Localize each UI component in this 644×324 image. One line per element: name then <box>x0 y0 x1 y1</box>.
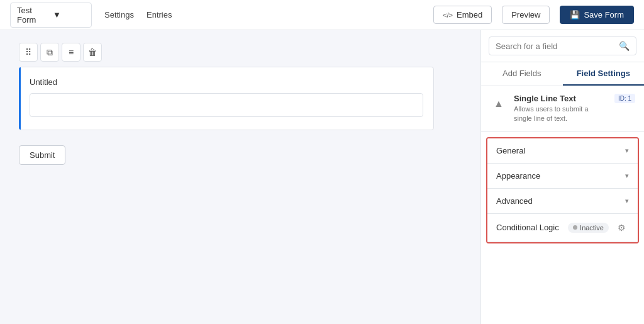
field-type-desc: Allows users to submit a single line of … <box>514 104 608 124</box>
inactive-badge: Inactive <box>568 223 609 233</box>
sections-container: General ▾ Appearance ▾ Advanced ▾ Condit… <box>486 137 639 243</box>
search-icon: 🔍 <box>619 41 630 51</box>
delete-field-button[interactable]: 🗑 <box>83 43 102 62</box>
gear-icon: ⚙ <box>618 223 626 233</box>
embed-button[interactable]: </> Embed <box>433 6 492 24</box>
field-input[interactable] <box>30 93 423 117</box>
section-appearance[interactable]: Appearance ▾ <box>487 164 638 189</box>
delete-icon: 🗑 <box>88 47 97 57</box>
conditional-logic-gear-button[interactable]: ⚙ <box>614 220 629 235</box>
section-advanced[interactable]: Advanced ▾ <box>487 189 638 214</box>
tab-add-fields[interactable]: Add Fields <box>481 62 563 86</box>
search-input[interactable] <box>496 42 615 51</box>
right-panel: 🔍 Add Fields Field Settings ▲ Single Lin… <box>480 30 644 324</box>
chevron-down-icon: ▼ <box>53 10 85 20</box>
preview-button[interactable]: Preview <box>502 6 550 24</box>
canvas-area: ⠿ ⧉ ≡ 🗑 Untitled Submit <box>0 30 480 324</box>
settings-nav-link[interactable]: Settings <box>104 10 134 20</box>
field-options-button[interactable]: ≡ <box>62 43 80 62</box>
main-layout: ⠿ ⧉ ≡ 🗑 Untitled Submit <box>0 30 644 324</box>
topbar-nav: Settings Entries <box>104 10 172 20</box>
copy-icon: ⧉ <box>47 47 53 58</box>
form-selector[interactable]: Test Form ▼ <box>10 3 92 28</box>
appearance-chevron-icon: ▾ <box>625 172 629 180</box>
field-label: Untitled <box>30 77 423 87</box>
submit-button[interactable]: Submit <box>19 145 65 165</box>
search-input-wrap: 🔍 <box>489 36 636 55</box>
conditional-logic-label: Conditional Logic <box>496 223 563 232</box>
copy-field-button[interactable]: ⧉ <box>40 43 59 62</box>
conditional-logic-row: Conditional Logic Inactive ⚙ <box>487 214 638 242</box>
save-form-button[interactable]: 💾 Save Form <box>560 6 634 24</box>
search-bar: 🔍 <box>481 30 644 62</box>
entries-nav-link[interactable]: Entries <box>147 10 172 20</box>
general-chevron-icon: ▾ <box>625 147 629 155</box>
drag-handle-button[interactable]: ⠿ <box>19 43 38 62</box>
field-type-icon: ▲ <box>490 95 508 113</box>
field-toolbar: ⠿ ⧉ ≡ 🗑 <box>19 43 462 62</box>
field-type-info: Single Line Text Allows users to submit … <box>514 94 608 124</box>
tab-field-settings[interactable]: Field Settings <box>563 62 645 86</box>
inactive-dot <box>573 225 577 230</box>
form-name: Test Form <box>17 6 49 25</box>
submit-area: Submit <box>19 145 462 165</box>
field-info: ▲ Single Line Text Allows users to submi… <box>481 86 644 132</box>
embed-icon: </> <box>443 11 453 19</box>
save-icon: 💾 <box>570 10 580 20</box>
field-type-name: Single Line Text <box>514 94 608 103</box>
field-block: Untitled <box>19 67 434 130</box>
field-id-badge: ID: 1 <box>614 94 635 103</box>
topbar: Test Form ▼ Settings Entries </> Embed P… <box>0 0 644 30</box>
advanced-chevron-icon: ▾ <box>625 197 629 205</box>
drag-icon: ⠿ <box>25 47 31 57</box>
section-general[interactable]: General ▾ <box>487 138 638 164</box>
panel-tabs: Add Fields Field Settings <box>481 62 644 86</box>
settings-icon: ≡ <box>69 47 74 57</box>
